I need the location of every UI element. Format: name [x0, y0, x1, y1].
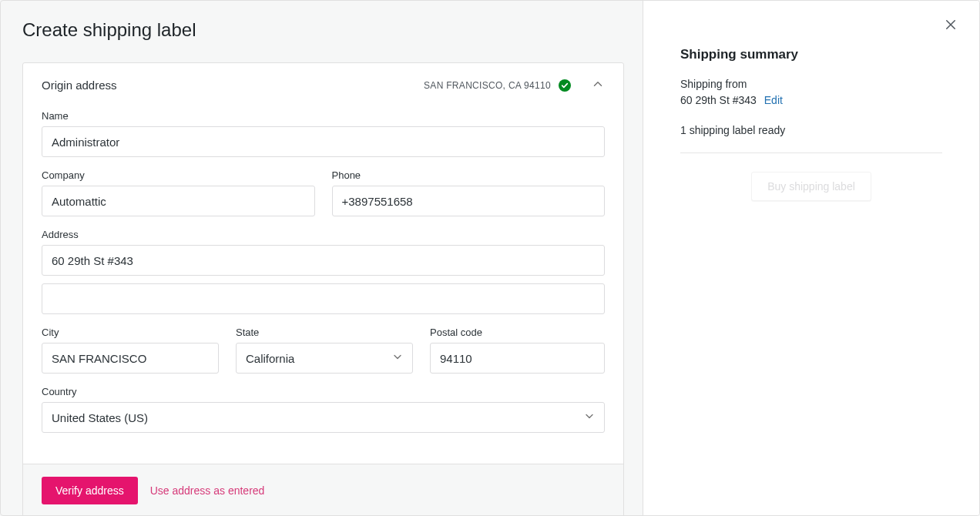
buy-shipping-label-button[interactable]: Buy shipping label — [751, 172, 871, 201]
verify-address-button[interactable]: Verify address — [42, 477, 138, 504]
origin-form-body: Name Company Phone Ad — [23, 102, 623, 464]
main-column: Create shipping label Origin address SAN… — [1, 1, 643, 515]
use-address-as-entered-button[interactable]: Use address as entered — [150, 484, 265, 497]
origin-section-title: Origin address — [42, 79, 424, 92]
summary-divider — [680, 152, 942, 153]
name-field[interactable] — [42, 126, 605, 157]
origin-address-card: Origin address SAN FRANCISCO, CA 94110 N… — [22, 62, 624, 516]
postal-label: Postal code — [430, 327, 605, 338]
check-circle-icon — [559, 79, 571, 92]
country-label: Country — [42, 386, 605, 397]
address-line2-field[interactable] — [42, 283, 605, 314]
company-label: Company — [42, 169, 315, 181]
address-line1-field[interactable] — [42, 245, 605, 276]
shipping-from-block: Shipping from 60 29th St #343 Edit — [680, 76, 942, 109]
summary-title: Shipping summary — [680, 47, 942, 62]
name-label: Name — [42, 110, 605, 122]
shipping-from-address: 60 29th St #343 — [680, 94, 757, 106]
shipping-from-label: Shipping from — [680, 76, 942, 92]
company-field[interactable] — [42, 186, 315, 216]
postal-field[interactable] — [430, 343, 605, 374]
shipping-status-text: 1 shipping label ready — [680, 124, 785, 136]
summary-column: Shipping summary Shipping from 60 29th S… — [643, 1, 979, 515]
country-select[interactable] — [42, 402, 605, 433]
create-shipping-label-panel: Create shipping label Origin address SAN… — [0, 0, 980, 516]
origin-card-footer: Verify address Use address as entered — [23, 464, 623, 516]
close-icon — [944, 22, 958, 34]
chevron-up-icon[interactable] — [591, 77, 605, 93]
shipping-status-block: 1 shipping label ready — [680, 122, 942, 139]
city-field[interactable] — [42, 343, 219, 374]
city-label: City — [42, 327, 219, 338]
origin-summary-text: SAN FRANCISCO, CA 94110 — [424, 80, 551, 91]
phone-label: Phone — [332, 169, 606, 181]
phone-field[interactable] — [332, 186, 606, 216]
state-label: State — [236, 327, 413, 338]
address-label: Address — [42, 229, 605, 240]
origin-card-header: Origin address SAN FRANCISCO, CA 94110 — [23, 63, 623, 102]
page-title: Create shipping label — [22, 19, 624, 41]
close-button[interactable] — [941, 15, 961, 37]
edit-shipping-from-link[interactable]: Edit — [764, 94, 783, 106]
state-select[interactable] — [236, 343, 413, 374]
